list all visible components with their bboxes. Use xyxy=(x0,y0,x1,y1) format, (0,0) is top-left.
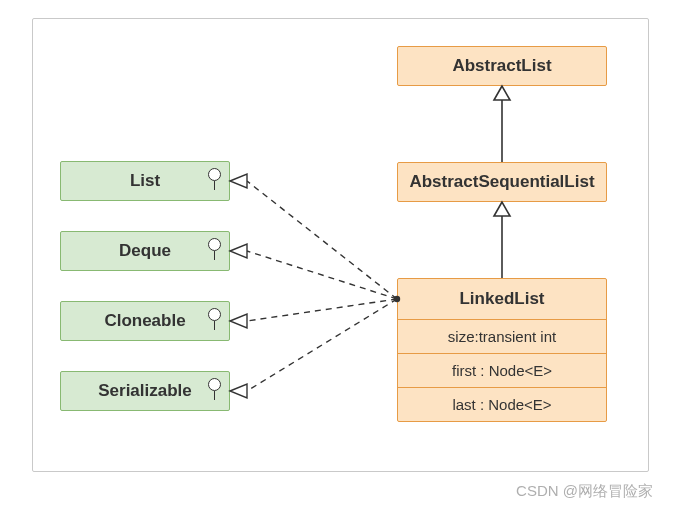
interface-deque: Deque xyxy=(60,231,230,271)
class-name: LinkedList xyxy=(398,279,606,319)
class-abstractlist: AbstractList xyxy=(397,46,607,86)
watermark: CSDN @网络冒险家 xyxy=(516,482,653,501)
class-label: AbstractList xyxy=(452,56,551,75)
lollipop-icon xyxy=(207,168,221,190)
interface-cloneable: Cloneable xyxy=(60,301,230,341)
class-field: last : Node<E> xyxy=(398,387,606,421)
class-abstractsequentiallist: AbstractSequentialList xyxy=(397,162,607,202)
interface-serializable: Serializable xyxy=(60,371,230,411)
interface-label: List xyxy=(130,171,160,190)
class-label: AbstractSequentialList xyxy=(409,172,594,191)
lollipop-icon xyxy=(207,378,221,400)
interface-label: Cloneable xyxy=(104,311,185,330)
interface-list: List xyxy=(60,161,230,201)
interface-label: Deque xyxy=(119,241,171,260)
interface-label: Serializable xyxy=(98,381,192,400)
class-field: first : Node<E> xyxy=(398,353,606,387)
lollipop-icon xyxy=(207,308,221,330)
lollipop-icon xyxy=(207,238,221,260)
class-linkedlist: LinkedList size:transient int first : No… xyxy=(397,278,607,422)
class-field: size:transient int xyxy=(398,319,606,353)
